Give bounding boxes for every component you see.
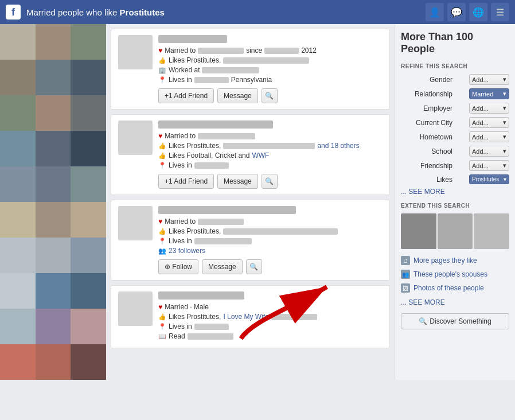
married-to-label: Married to [165,132,196,140]
wwf-link[interactable]: WWF [252,151,269,160]
avatar [118,206,153,240]
color-block [0,60,36,95]
color-block [71,344,106,380]
chevron-down-icon: ▾ [503,104,506,112]
lives-line: 📍 Lives in Pennsylvania [158,76,383,84]
refine-see-more[interactable]: ... SEE MORE [401,188,509,196]
likes-label: Likes Prostitutes, [169,56,221,64]
message-button[interactable]: Message [202,259,243,274]
color-block [71,309,106,344]
color-block [71,238,106,273]
i-love-wife-link[interactable]: I Love My Wife [223,313,268,321]
extend-spouses-label: These people's spouses [413,270,487,278]
employer-select[interactable]: Add... ▾ [469,103,509,114]
since-label: since [246,46,262,55]
discover-label: Discover Something [430,317,491,325]
gender-value: Add... [472,76,489,83]
color-block [0,309,36,344]
likes-label: Likes Prostitutes, [169,227,221,235]
color-block [71,24,106,60]
sports-line: 👍 Likes Football, Cricket and WWF [158,151,383,160]
lives-line: 📍 Lives in [158,322,383,330]
color-block [0,166,36,202]
likes-line: 👍 Likes Prostitutes, and 18 others [158,142,383,150]
friendship-select[interactable]: Add... ▾ [469,160,509,171]
married-to-label: Married to [165,217,196,225]
filter-friendship-label: Friendship [401,162,452,170]
like-icon: 👍 [158,142,166,150]
extend-item-pages[interactable]: 🗋 More pages they like [401,254,509,267]
name-bar [158,35,227,43]
likes-blurred [223,143,315,149]
color-block [0,202,36,238]
hometown-select[interactable]: Add... ▾ [469,131,509,142]
read-blurred [188,333,233,340]
color-block [36,238,71,273]
city-blurred [194,324,229,330]
likes-line: 👍 Likes Prostitutes, I Love My Wife [158,313,383,321]
likes-select[interactable]: Prostitutes ▾ [469,174,509,184]
search-button[interactable]: 🔍 [246,259,262,274]
heart-icon: ♥ [158,132,162,140]
name-bar [158,206,296,214]
search-button[interactable]: 🔍 [262,88,278,103]
worked-at-label: Worked at [169,66,200,74]
result-actions: +1 Add Friend Message 🔍 [158,88,383,103]
current-city-select[interactable]: Add... ▾ [469,117,509,128]
location-icon: 📍 [158,76,166,84]
add-friend-button[interactable]: +1 Add Friend [158,174,214,189]
name-bar [158,120,273,129]
extend-item-spouses[interactable]: 👥 These people's spouses [401,267,509,281]
like-icon: 👍 [158,313,166,321]
like-icon: 👍 [158,57,166,64]
photo-icon: 🖼 [401,283,410,293]
followers-link[interactable]: 23 followers [169,247,205,255]
search-button[interactable]: 🔍 [262,174,278,189]
refine-section-label: REFINE THIS SEARCH [401,63,509,69]
extend-section-label: EXTEND THIS SEARCH [401,203,509,209]
color-block [36,202,71,238]
result-info: ♥ Married to 👍 Likes Prostitutes, 📍 Live… [158,206,383,274]
result-card: ♥ Married to 👍 Likes Prostitutes, and 18… [111,114,390,195]
married-label: Married · Male [165,303,209,311]
globe-icon-btn[interactable]: 🌐 [469,3,487,21]
menu-icon-btn[interactable]: ☰ [491,3,509,21]
filter-friendship: Friendship Add... ▾ [401,160,509,171]
gender-select[interactable]: Add... ▾ [469,74,509,85]
relationship-select[interactable]: Married ▾ [469,88,509,99]
heart-icon: ♥ [158,46,162,55]
likes-line: 👍 Likes Prostitutes, [158,56,383,64]
right-panel: More Than 100 People REFINE THIS SEARCH … [395,24,515,380]
friends-icon-btn[interactable]: 👤 [426,3,444,21]
and-others-link[interactable]: and 18 others [317,142,359,150]
employer-value: Add... [472,105,489,112]
chevron-down-icon: ▾ [503,133,506,141]
result-actions: ⊕ Follow Message 🔍 [158,259,383,274]
discover-button[interactable]: 🔍 Discover Something [401,313,509,329]
extend-item-photos[interactable]: 🖼 Photos of these people [401,281,509,295]
color-block [0,24,36,60]
follow-button[interactable]: ⊕ Follow [158,259,198,274]
married-line: ♥ Married to [158,217,383,225]
likes-blurred [223,228,338,235]
city-blurred [194,77,229,83]
friendship-value: Add... [472,162,489,169]
filter-current-city: Current City Add... ▾ [401,117,509,128]
page-icon: 🗋 [401,256,410,265]
messages-icon-btn[interactable]: 💬 [447,3,466,21]
read-icon: 📖 [158,333,166,340]
message-button[interactable]: Message [217,88,258,103]
color-block [36,166,71,202]
filter-school: School Add... ▾ [401,146,509,157]
topnav: f Married people who like Prostitutes 👤 … [0,0,515,24]
message-button[interactable]: Message [217,174,258,189]
name-blurred [198,48,244,54]
extend-thumb-1 [401,213,436,249]
search-icon: 🔍 [419,317,427,325]
result-card: ♥ Married to 👍 Likes Prostitutes, 📍 Live… [111,200,390,281]
result-card: ♥ Married to since 2012 👍 Likes Prostitu… [111,29,390,110]
add-friend-button[interactable]: +1 Add Friend [158,88,214,103]
color-block [36,344,71,380]
extend-see-more[interactable]: ... SEE MORE [401,298,509,306]
school-select[interactable]: Add... ▾ [469,146,509,157]
